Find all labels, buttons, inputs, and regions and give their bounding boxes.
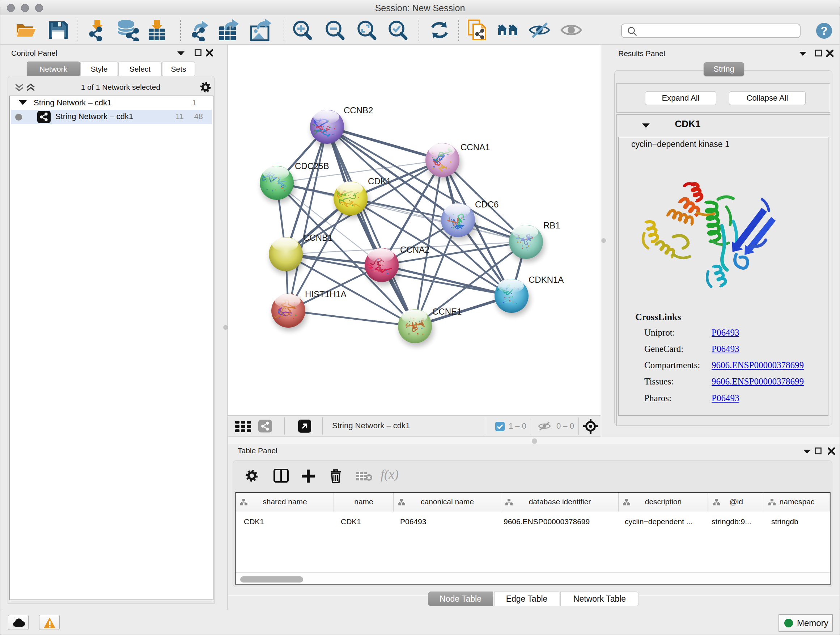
- svg-text:CDC6: CDC6: [475, 200, 499, 209]
- svg-text:CCNE1: CCNE1: [432, 307, 462, 317]
- svg-text:CDK1: CDK1: [368, 176, 391, 186]
- svg-text:CDC25B: CDC25B: [295, 161, 329, 171]
- svg-text:?: ?: [821, 24, 828, 37]
- svg-text:CCNA1: CCNA1: [461, 142, 490, 152]
- svg-text:HIST1H1A: HIST1H1A: [305, 289, 347, 299]
- svg-text:CCNB1: CCNB1: [303, 233, 332, 242]
- svg-text:CCNB2: CCNB2: [344, 105, 373, 115]
- svg-text:RB1: RB1: [543, 220, 561, 230]
- svg-text:CDKN1A: CDKN1A: [529, 275, 564, 285]
- svg-text:CCNA2: CCNA2: [400, 245, 429, 255]
